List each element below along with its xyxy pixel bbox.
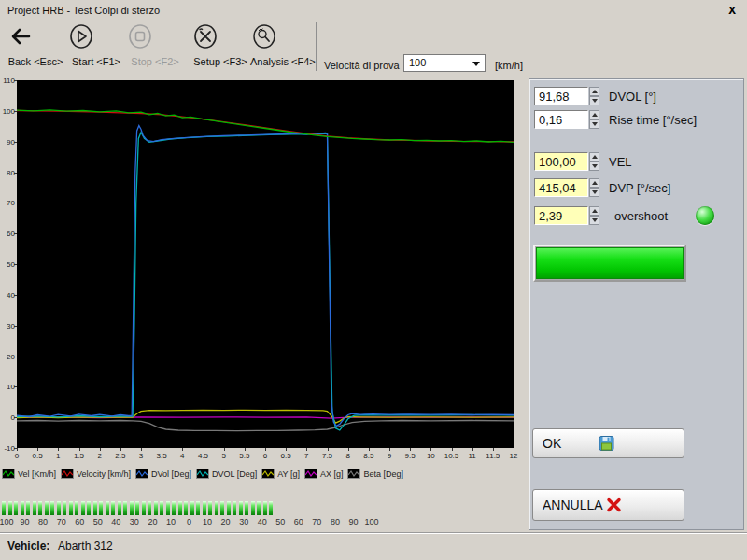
x-axis-label: 11	[469, 452, 476, 460]
spin-down-icon[interactable]	[589, 161, 599, 171]
window-title: Project HRB - Test Colpi di sterzo	[7, 5, 160, 16]
x-axis-label: 6	[263, 452, 267, 460]
overshoot-field[interactable]: 2,39	[534, 206, 588, 225]
overshoot-label: overshoot	[614, 209, 668, 223]
y-axis-label: 30	[0, 322, 15, 330]
velocity-dropdown-value: 100	[409, 57, 426, 68]
start-button[interactable]: Start <F1>	[67, 22, 125, 73]
risetime-spinner[interactable]	[589, 110, 599, 129]
gauge-segment	[215, 501, 218, 515]
y-axis-tick	[14, 264, 17, 265]
gauge-segment	[245, 501, 248, 515]
x-axis-label: 2	[97, 452, 101, 460]
plot-area	[17, 80, 514, 448]
gauge-segment	[81, 501, 85, 515]
x-axis-tick	[514, 448, 514, 451]
dvol-spinner[interactable]	[589, 87, 599, 105]
vehicle-value: Abarth 312	[58, 539, 113, 553]
toolbar-separator	[316, 22, 317, 71]
spin-down-icon[interactable]	[589, 216, 599, 225]
gauge-segment	[130, 501, 134, 515]
status-bar: Vehicle: Abarth 312	[0, 532, 747, 560]
spin-down-icon[interactable]	[589, 188, 599, 197]
y-axis-tick	[14, 357, 17, 357]
x-axis-label: 5.5	[239, 452, 249, 460]
spin-down-icon[interactable]	[589, 96, 599, 105]
legend-label: Vel [Km/h]	[18, 469, 56, 479]
risetime-row: 0,16 Rise time [°/sec]	[534, 110, 697, 129]
ok-button[interactable]: OK	[532, 428, 684, 458]
x-axis-tick	[472, 448, 473, 451]
setup-button[interactable]: Setup <F3>	[191, 22, 249, 73]
y-axis-tick	[14, 233, 17, 234]
gauge-scale-label: 80	[331, 517, 340, 526]
spin-up-icon[interactable]	[589, 152, 599, 161]
back-button[interactable]: Back <Esc>	[7, 22, 64, 73]
y-axis-tick	[14, 295, 17, 296]
x-axis-label: 9.5	[405, 452, 416, 460]
gauge-segment	[154, 501, 158, 515]
x-axis-tick	[120, 448, 121, 451]
ok-button-label: OK	[543, 436, 561, 451]
legend-label: Velocity [km/h]	[77, 469, 131, 479]
y-axis-label: 10	[0, 383, 15, 391]
x-axis-label: 3	[139, 452, 143, 460]
vel-spinner[interactable]	[589, 152, 599, 171]
legend-item: Vel [Km/h]	[2, 469, 56, 479]
legend-label: Beta [Deg]	[363, 469, 403, 479]
gauge-scale-label: 20	[221, 517, 231, 526]
gauge-segment	[220, 501, 224, 515]
dvp-spinner[interactable]	[589, 178, 599, 197]
y-axis-tick	[14, 142, 17, 143]
x-axis-label: 7.5	[322, 452, 332, 460]
x-axis-label: 10	[427, 452, 435, 460]
legend-item: Beta [Deg]	[347, 469, 403, 479]
back-arrow-icon	[7, 22, 64, 56]
gauge-segment	[233, 501, 236, 515]
gauge-scale-label: 60	[75, 517, 84, 526]
gauge-segment	[69, 501, 73, 515]
gauge-scale-label: 80	[38, 517, 48, 526]
gauge-segment	[178, 501, 182, 515]
analysis-button-label: Analysis <F4>	[250, 56, 308, 67]
annulla-button[interactable]: ANNULLA	[532, 489, 684, 521]
y-axis-label: 40	[0, 291, 15, 300]
legend-swatch-icon	[2, 469, 15, 479]
x-axis-tick	[348, 448, 349, 451]
spin-up-icon[interactable]	[589, 206, 599, 216]
x-axis-tick	[141, 448, 142, 451]
x-axis-label: 1.5	[74, 452, 84, 460]
dvp-field[interactable]: 415,04	[534, 178, 588, 197]
spin-up-icon[interactable]	[589, 87, 599, 96]
gauge-scale-label: 100	[0, 517, 14, 526]
close-icon[interactable]: x	[728, 3, 736, 16]
gauge-segment	[14, 501, 18, 515]
risetime-label: Rise time [°/sec]	[609, 113, 697, 127]
spin-up-icon[interactable]	[589, 110, 599, 119]
risetime-field[interactable]: 0,16	[534, 110, 588, 129]
x-axis-label: 4	[180, 452, 184, 460]
y-axis-tick	[14, 417, 17, 418]
gauge-segment	[93, 501, 97, 515]
gauge-scale-label: 20	[148, 517, 157, 526]
analysis-button[interactable]: Analysis <F4>	[250, 22, 308, 73]
velocity-dropdown[interactable]: 100	[403, 54, 486, 72]
results-panel: 91,68 DVOL [°] 0,16 Rise time [°/sec] 10…	[529, 78, 744, 530]
y-axis-tick	[14, 111, 17, 112]
x-axis-tick	[58, 448, 59, 451]
overshoot-spinner[interactable]	[589, 206, 599, 225]
legend-item: Velocity [km/h]	[61, 469, 131, 479]
dvol-row: 91,68 DVOL [°]	[534, 87, 656, 105]
gauge-segment	[160, 501, 163, 515]
annulla-button-label: ANNULLA	[543, 497, 603, 512]
spin-up-icon[interactable]	[589, 178, 599, 188]
legend-item: DVol [Deg]	[135, 469, 191, 479]
y-axis-label: -10	[0, 444, 15, 453]
vel-field[interactable]: 100,00	[534, 152, 588, 171]
gauge-segment	[8, 501, 12, 515]
series-line	[17, 421, 514, 431]
x-axis-tick	[328, 448, 329, 451]
spin-down-icon[interactable]	[589, 119, 599, 129]
dvol-field[interactable]: 91,68	[534, 87, 588, 105]
gauge-scale-label: 40	[258, 517, 267, 526]
